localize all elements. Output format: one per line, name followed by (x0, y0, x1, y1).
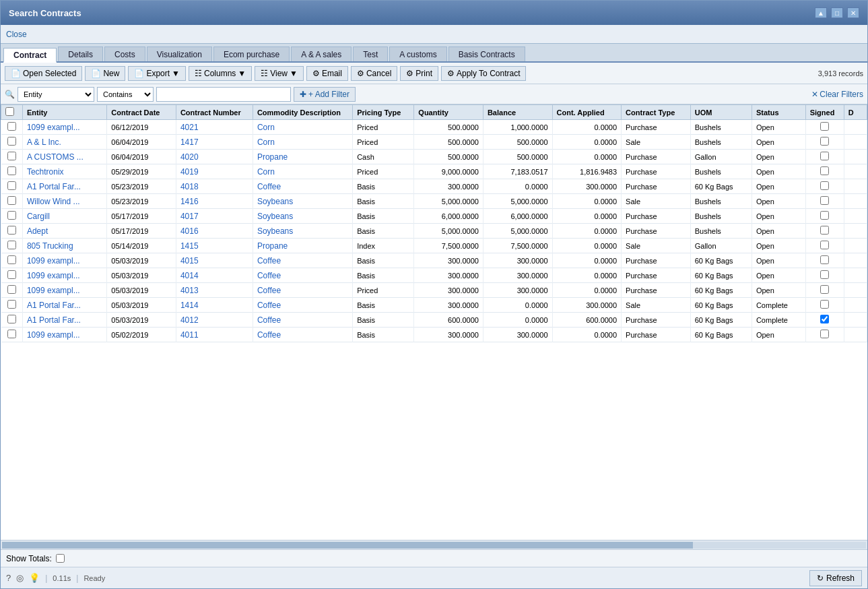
tab-contract[interactable]: Contract (3, 48, 57, 63)
signed-checkbox[interactable] (820, 152, 829, 160)
col-header-commodity[interactable]: Commodity Description (253, 105, 352, 120)
row-checkbox[interactable] (7, 166, 16, 175)
row-checkbox[interactable] (7, 226, 16, 235)
signed-checkbox[interactable] (820, 181, 829, 190)
commodity-link[interactable]: Coffee (257, 256, 281, 266)
view-button[interactable]: ☷ View ▼ (255, 66, 304, 81)
clear-filters-button[interactable]: ✕ Clear Filters (811, 90, 863, 99)
contract-number-link[interactable]: 4013 (180, 286, 199, 295)
entity-link[interactable]: 1099 exampl... (27, 271, 80, 280)
add-filter-button[interactable]: ✚ + Add Filter (294, 87, 356, 102)
commodity-link[interactable]: Coffee (257, 271, 281, 280)
tab-test[interactable]: Test (353, 46, 388, 61)
globe-icon[interactable]: ◎ (16, 573, 24, 583)
commodity-link[interactable]: Propane (257, 152, 288, 162)
contract-number-link[interactable]: 4015 (180, 256, 199, 266)
signed-checkbox[interactable] (820, 122, 829, 131)
row-checkbox[interactable] (7, 270, 16, 279)
filter-field-select[interactable]: Entity Contract Date Contract Number (18, 87, 94, 102)
tab-acustoms[interactable]: A customs (389, 46, 446, 61)
apply-to-contract-button[interactable]: ⚙ Apply To Contract (441, 66, 527, 81)
commodity-link[interactable]: Propane (257, 241, 288, 251)
email-button[interactable]: ⚙ Email (306, 66, 348, 81)
maximize-button[interactable]: □ (831, 7, 843, 18)
filter-operator-select[interactable]: Contains Equals Starts With (97, 87, 154, 102)
horizontal-scrollbar[interactable] (1, 540, 867, 549)
col-header-quantity[interactable]: Quantity (414, 105, 483, 120)
col-header-balance[interactable]: Balance (483, 105, 552, 120)
commodity-link[interactable]: Coffee (257, 182, 281, 191)
entity-link[interactable]: Adept (27, 226, 48, 236)
tab-visualization[interactable]: Visualization (147, 46, 212, 61)
signed-checkbox[interactable] (820, 255, 829, 264)
col-header-d[interactable]: D (844, 105, 867, 120)
row-checkbox[interactable] (7, 196, 16, 205)
signed-checkbox[interactable] (820, 211, 829, 220)
entity-link[interactable]: A & L Inc. (27, 137, 61, 147)
commodity-link[interactable]: Coffee (257, 315, 281, 325)
help-icon[interactable]: ? (6, 573, 11, 583)
entity-link[interactable]: 805 Trucking (27, 241, 73, 251)
tab-costs[interactable]: Costs (104, 46, 145, 61)
entity-link[interactable]: 1099 exampl... (27, 123, 80, 132)
col-header-entity[interactable]: Entity (22, 105, 106, 120)
signed-checkbox[interactable] (820, 137, 829, 146)
row-checkbox[interactable] (7, 122, 16, 131)
signed-checkbox[interactable] (820, 330, 829, 338)
close-button[interactable]: ✕ (847, 7, 859, 18)
row-checkbox[interactable] (7, 315, 16, 323)
entity-link[interactable]: A1 Portal Far... (27, 315, 81, 325)
show-totals-checkbox[interactable] (56, 554, 65, 563)
entity-link[interactable]: 1099 exampl... (27, 330, 80, 340)
commodity-link[interactable]: Corn (257, 123, 275, 132)
entity-link[interactable]: Techtronix (27, 167, 64, 177)
row-checkbox[interactable] (7, 285, 16, 294)
commodity-link[interactable]: Coffee (257, 286, 281, 295)
row-checkbox[interactable] (7, 137, 16, 146)
signed-checkbox[interactable] (820, 285, 829, 294)
commodity-link[interactable]: Corn (257, 137, 275, 147)
row-checkbox[interactable] (7, 330, 16, 338)
contract-number-link[interactable]: 1414 (180, 301, 199, 310)
entity-link[interactable]: 1099 exampl... (27, 286, 80, 295)
tab-basis[interactable]: Basis Contracts (448, 46, 525, 61)
cancel-button[interactable]: ⚙ Cancel (351, 66, 397, 81)
col-header-check[interactable] (1, 105, 23, 120)
print-button[interactable]: ⚙ Print (400, 66, 438, 81)
col-header-contract-type[interactable]: Contract Type (622, 105, 691, 120)
entity-link[interactable]: Willow Wind ... (27, 197, 80, 206)
contract-number-link[interactable]: 1416 (180, 197, 199, 206)
bulb-icon[interactable]: 💡 (29, 573, 40, 583)
signed-checkbox[interactable] (820, 166, 829, 175)
tab-ecom[interactable]: Ecom purchase (213, 46, 290, 61)
contract-number-link[interactable]: 4018 (180, 182, 199, 191)
close-link[interactable]: Close (6, 30, 27, 39)
contract-number-link[interactable]: 4021 (180, 123, 199, 132)
entity-link[interactable]: A CUSTOMS ... (27, 152, 84, 162)
entity-link[interactable]: A1 Portal Far... (27, 182, 81, 191)
row-checkbox[interactable] (7, 255, 16, 264)
row-checkbox[interactable] (7, 211, 16, 220)
col-header-pricing[interactable]: Pricing Type (353, 105, 414, 120)
col-header-applied[interactable]: Cont. Applied (552, 105, 622, 120)
contract-number-link[interactable]: 4019 (180, 167, 199, 177)
signed-checkbox[interactable] (820, 196, 829, 205)
row-checkbox[interactable] (7, 181, 16, 190)
signed-checkbox[interactable] (820, 241, 829, 249)
tab-details[interactable]: Details (58, 46, 103, 61)
contract-number-link[interactable]: 4012 (180, 315, 199, 325)
minimize-button[interactable]: ▲ (815, 7, 827, 18)
commodity-link[interactable]: Corn (257, 167, 275, 177)
commodity-link[interactable]: Soybeans (257, 226, 293, 236)
commodity-link[interactable]: Coffee (257, 330, 281, 340)
col-header-status[interactable]: Status (752, 105, 805, 120)
export-button[interactable]: 📄 Export ▼ (128, 66, 186, 81)
filter-value-input[interactable] (156, 87, 291, 102)
commodity-link[interactable]: Soybeans (257, 197, 293, 206)
entity-link[interactable]: 1099 exampl... (27, 256, 80, 266)
new-button[interactable]: 📄 New (85, 66, 125, 81)
table-scroll-area[interactable]: Entity Contract Date Contract Number Com… (1, 104, 867, 540)
signed-checkbox[interactable] (820, 270, 829, 279)
refresh-button[interactable]: ↻ Refresh (809, 570, 862, 586)
contract-number-link[interactable]: 1417 (180, 137, 199, 147)
